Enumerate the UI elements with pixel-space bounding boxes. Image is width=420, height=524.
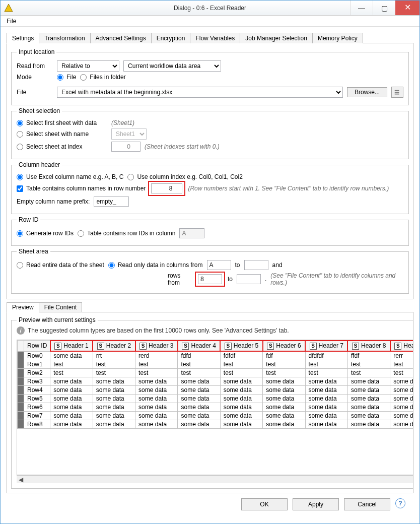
preview-table-wrap[interactable]: Row ID SHeader 1SHeader 2SHeader 3SHeade… <box>17 340 413 475</box>
tab-memory-policy[interactable]: Memory Policy <box>312 33 363 43</box>
table-row[interactable]: Row1testtesttesttesttesttesttesttesttest <box>18 360 414 368</box>
cell: some data <box>347 377 390 385</box>
col-header-8[interactable]: SHeader 8 <box>347 341 390 352</box>
menubar: File <box>1 16 419 27</box>
scope-select[interactable]: Current workflow data area <box>123 60 221 72</box>
contains-col-names-check[interactable]: Table contains column names in row numbe… <box>17 185 146 192</box>
close-button[interactable]: ✕ <box>395 1 419 15</box>
table-row[interactable]: Row0some datarrtrerdfdfdfdfdffdfdfdfdfff… <box>18 351 414 360</box>
col-index-radio-input[interactable] <box>127 174 134 180</box>
cell: test <box>220 368 262 377</box>
table-row[interactable]: Row6some datasome datasome datasome data… <box>18 403 414 411</box>
generate-row-ids-radio[interactable]: Generate row IDs <box>17 230 74 237</box>
contains-col-names-check-input[interactable] <box>17 185 23 192</box>
sheet-index-hint: (Sheet indexes start with 0.) <box>145 143 220 150</box>
select-sheet-index-radio-input[interactable] <box>17 144 23 150</box>
table-row[interactable]: Row8some datasome datasome datasome data… <box>18 420 414 428</box>
row-ids-in-column-radio-input[interactable] <box>78 230 84 237</box>
mode-folder-radio[interactable]: Files in folder <box>80 74 125 81</box>
preview-info-text: The suggested column types are based on … <box>28 327 289 334</box>
tab-settings[interactable]: Settings <box>7 33 39 44</box>
fieldset-input-location: Input location Read from Relative to Cur… <box>11 48 409 105</box>
mode-folder-radio-input[interactable] <box>80 74 87 81</box>
select-first-sheet-radio-input[interactable] <box>17 120 23 126</box>
col-header-4[interactable]: SHeader 4 <box>178 341 220 352</box>
cell: some data <box>347 411 390 420</box>
read-entire-radio-input[interactable] <box>17 262 23 269</box>
cell: some data <box>135 411 178 420</box>
table-row[interactable]: Row2testtesttesttesttesttesttesttesttest <box>18 368 414 377</box>
row-to-input[interactable] <box>237 274 261 284</box>
file-history-button[interactable] <box>391 87 403 98</box>
col-from-input[interactable] <box>207 260 231 270</box>
col-header-label: Header 7 <box>319 342 343 349</box>
table-row[interactable]: Row3some datasome datasome datasome data… <box>18 377 414 385</box>
col-header-3[interactable]: SHeader 3 <box>135 341 178 352</box>
mode-file-radio[interactable]: File <box>57 74 76 81</box>
excel-col-names-radio[interactable]: Use Excel column name e.g. A, B, C <box>17 173 123 180</box>
tab-transformation[interactable]: Transformation <box>39 33 90 43</box>
column-type-icon: S <box>97 343 104 350</box>
select-sheet-index-radio[interactable]: Select sheet at index <box>17 143 107 150</box>
first-sheet-hint: (Sheet1) <box>111 119 134 126</box>
select-sheet-name-radio-input[interactable] <box>17 131 23 138</box>
read-entire-radio[interactable]: Read entire data of the sheet <box>17 261 104 269</box>
cell: test <box>93 368 135 377</box>
cell: test <box>263 368 305 377</box>
tab-encryption[interactable]: Encryption <box>151 33 191 43</box>
cell: some data <box>220 403 262 411</box>
read-only-columns-radio-input[interactable] <box>108 262 115 269</box>
col-names-row-input[interactable] <box>151 183 182 193</box>
col-header-6[interactable]: SHeader 6 <box>263 341 305 352</box>
apply-button[interactable]: Apply <box>293 498 339 510</box>
settings-tabs: SettingsTransformationAdvanced SettingsE… <box>7 33 413 43</box>
col-header-1[interactable]: SHeader 1 <box>50 341 93 352</box>
tab-advanced-settings[interactable]: Advanced Settings <box>90 33 152 43</box>
cell: some data <box>220 420 262 428</box>
preview-tab-file-content[interactable]: File Content <box>39 302 83 312</box>
read-only-columns-radio[interactable]: Read only data in columns from <box>108 261 203 269</box>
cancel-button[interactable]: Cancel <box>344 498 390 510</box>
table-row[interactable]: Row5some datasome datasome datasome data… <box>18 394 414 403</box>
preview-tab-preview[interactable]: Preview <box>7 302 39 312</box>
file-path-combo[interactable]: Excel with metadata at the beginning.xls… <box>57 87 343 98</box>
read-from-select[interactable]: Relative to <box>57 60 119 72</box>
cell: some data <box>50 411 93 420</box>
col-to-input[interactable] <box>244 260 268 270</box>
cell: some data <box>263 403 305 411</box>
row-from-input[interactable] <box>198 274 222 284</box>
tab-flow-variables[interactable]: Flow Variables <box>190 33 240 43</box>
col-header-label: Header 1 <box>63 342 88 349</box>
scroll-left-icon[interactable]: ◀ <box>17 476 25 483</box>
menu-file[interactable]: File <box>4 17 19 26</box>
col-header-7[interactable]: SHeader 7 <box>305 341 347 352</box>
select-sheet-name-radio[interactable]: Select sheet with name <box>17 130 107 138</box>
cell: test <box>263 360 305 368</box>
row-stub <box>18 377 24 385</box>
row-ids-in-column-radio[interactable]: Table contains row IDs in column <box>78 230 175 237</box>
table-row[interactable]: Row7some datasome datasome datasome data… <box>18 411 414 420</box>
preview-hscrollbar[interactable]: ◀ ▶ <box>17 475 413 483</box>
generate-row-ids-radio-input[interactable] <box>17 230 23 237</box>
maximize-button[interactable]: ▢ <box>373 1 395 15</box>
help-icon[interactable]: ? <box>395 498 405 508</box>
rowid-header[interactable]: Row ID <box>24 341 50 352</box>
minimize-button[interactable]: — <box>350 1 373 15</box>
empty-prefix-input[interactable] <box>94 196 129 207</box>
cell: some data <box>220 377 262 385</box>
sheet-area-hint: (See "File Content" tab to identify colu… <box>270 272 403 286</box>
tab-job-manager-selection[interactable]: Job Manager Selection <box>240 33 313 43</box>
col-header-5[interactable]: SHeader 5 <box>220 341 262 352</box>
table-row[interactable]: Row4some datasome datasome datasome data… <box>18 385 414 394</box>
mode-file-radio-input[interactable] <box>57 74 63 81</box>
select-first-sheet-radio[interactable]: Select first sheet with data <box>17 119 107 126</box>
col-header-9[interactable]: SHeader 9 <box>390 341 413 352</box>
ok-button[interactable]: OK <box>241 498 288 510</box>
column-type-icon: S <box>310 343 317 350</box>
col-index-radio[interactable]: Use column index e.g. Col0, Col1, Col2 <box>127 173 242 180</box>
cell: some data <box>263 420 305 428</box>
browse-button[interactable]: Browse... <box>347 87 387 97</box>
rowid-cell: Row4 <box>24 385 50 394</box>
col-header-2[interactable]: SHeader 2 <box>93 341 135 352</box>
excel-col-names-radio-input[interactable] <box>17 174 23 180</box>
